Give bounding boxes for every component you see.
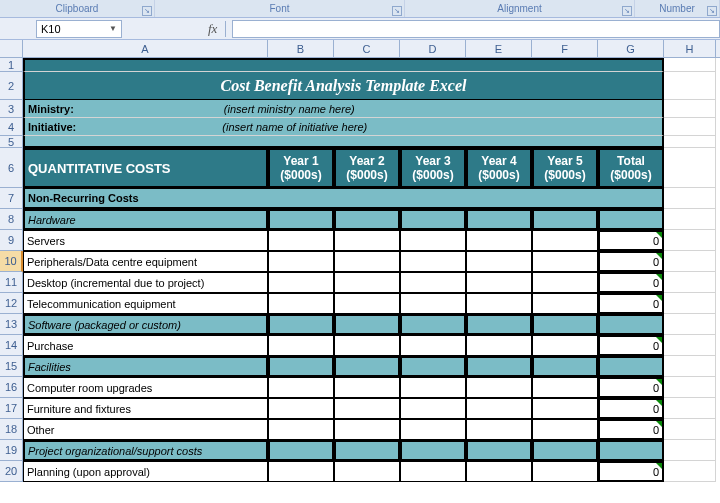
cell-H17[interactable]	[664, 398, 716, 419]
line-item-label[interactable]: Telecommunication equipment	[23, 293, 268, 314]
year-cell[interactable]	[400, 398, 466, 419]
cell-H13[interactable]	[664, 314, 716, 335]
year-cell[interactable]	[334, 230, 400, 251]
chevron-down-icon[interactable]: ▼	[109, 24, 117, 33]
formula-input[interactable]	[232, 20, 720, 38]
year-cell[interactable]	[334, 272, 400, 293]
year-cell[interactable]	[400, 272, 466, 293]
column-header-F[interactable]: F	[532, 40, 598, 57]
year-cell[interactable]	[466, 398, 532, 419]
cell-H15[interactable]	[664, 356, 716, 377]
name-box[interactable]: K10 ▼	[36, 20, 122, 38]
year-cell[interactable]	[268, 398, 334, 419]
line-item-label[interactable]: Servers	[23, 230, 268, 251]
year-cell[interactable]	[268, 272, 334, 293]
year-cell[interactable]	[532, 419, 598, 440]
column-header-E[interactable]: E	[466, 40, 532, 57]
total-cell[interactable]: 0	[598, 230, 664, 251]
column-header-H[interactable]: H	[664, 40, 716, 57]
row-header-17[interactable]: 17	[0, 398, 23, 419]
year-cell[interactable]	[532, 251, 598, 272]
cell-H16[interactable]	[664, 377, 716, 398]
dialog-launcher-icon[interactable]: ↘	[392, 6, 402, 16]
row-header-5[interactable]: 5	[0, 136, 23, 148]
line-item-label[interactable]: Planning (upon approval)	[23, 461, 268, 482]
row-header-18[interactable]: 18	[0, 419, 23, 440]
year-cell[interactable]	[532, 230, 598, 251]
line-item-label[interactable]: Peripherals/Data centre equipment	[23, 251, 268, 272]
row-header-13[interactable]: 13	[0, 314, 23, 335]
row-header-14[interactable]: 14	[0, 335, 23, 356]
year-cell[interactable]	[466, 419, 532, 440]
year-cell[interactable]	[466, 272, 532, 293]
year-cell[interactable]	[466, 377, 532, 398]
total-cell[interactable]: 0	[598, 419, 664, 440]
year-cell[interactable]	[334, 419, 400, 440]
line-item-label[interactable]: Furniture and fixtures	[23, 398, 268, 419]
cell-H18[interactable]	[664, 419, 716, 440]
year-cell[interactable]	[268, 230, 334, 251]
year-cell[interactable]	[334, 377, 400, 398]
year-cell[interactable]	[466, 335, 532, 356]
initiative-value[interactable]: (insert name of initiative here)	[222, 121, 367, 133]
fx-icon[interactable]: fx	[208, 21, 226, 37]
select-all-corner[interactable]	[0, 40, 23, 57]
total-cell[interactable]: 0	[598, 377, 664, 398]
dialog-launcher-icon[interactable]: ↘	[707, 6, 717, 16]
year-cell[interactable]	[532, 272, 598, 293]
year-cell[interactable]	[268, 377, 334, 398]
year-cell[interactable]	[334, 461, 400, 482]
row-header-9[interactable]: 9	[0, 230, 23, 251]
line-item-label[interactable]: Other	[23, 419, 268, 440]
column-header-A[interactable]: A	[23, 40, 268, 57]
total-cell[interactable]: 0	[598, 272, 664, 293]
cell-H1[interactable]	[664, 58, 716, 72]
year-cell[interactable]	[334, 293, 400, 314]
total-cell[interactable]: 0	[598, 251, 664, 272]
row-header-16[interactable]: 16	[0, 377, 23, 398]
cell-H10[interactable]	[664, 251, 716, 272]
year-cell[interactable]	[400, 293, 466, 314]
line-item-label[interactable]: Desktop (incremental due to project)	[23, 272, 268, 293]
year-cell[interactable]	[532, 461, 598, 482]
year-cell[interactable]	[400, 461, 466, 482]
dialog-launcher-icon[interactable]: ↘	[142, 6, 152, 16]
total-cell[interactable]: 0	[598, 335, 664, 356]
row-header-6[interactable]: 6	[0, 148, 23, 188]
year-cell[interactable]	[268, 461, 334, 482]
row-header-11[interactable]: 11	[0, 272, 23, 293]
row-header-15[interactable]: 15	[0, 356, 23, 377]
year-cell[interactable]	[400, 335, 466, 356]
total-cell[interactable]: 0	[598, 398, 664, 419]
row-header-19[interactable]: 19	[0, 440, 23, 461]
cell-H4[interactable]	[664, 118, 716, 136]
row-header-2[interactable]: 2	[0, 72, 23, 100]
row-header-4[interactable]: 4	[0, 118, 23, 136]
column-header-C[interactable]: C	[334, 40, 400, 57]
row-header-10[interactable]: 10	[0, 251, 23, 272]
column-header-B[interactable]: B	[268, 40, 334, 57]
cell-H9[interactable]	[664, 230, 716, 251]
year-cell[interactable]	[268, 293, 334, 314]
year-cell[interactable]	[268, 251, 334, 272]
cell-H5[interactable]	[664, 136, 716, 148]
year-cell[interactable]	[532, 398, 598, 419]
year-cell[interactable]	[400, 377, 466, 398]
spreadsheet-grid[interactable]: 12Cost Benefit Analysis Template Excel3M…	[0, 58, 720, 482]
cell-H12[interactable]	[664, 293, 716, 314]
cell-H14[interactable]	[664, 335, 716, 356]
ministry-value[interactable]: (insert ministry name here)	[224, 103, 355, 115]
cell-H7[interactable]	[664, 188, 716, 209]
row-header-7[interactable]: 7	[0, 188, 23, 209]
cell-H8[interactable]	[664, 209, 716, 230]
row-header-1[interactable]: 1	[0, 58, 23, 72]
cell-H3[interactable]	[664, 100, 716, 118]
row-header-8[interactable]: 8	[0, 209, 23, 230]
year-cell[interactable]	[532, 293, 598, 314]
year-cell[interactable]	[400, 419, 466, 440]
column-header-D[interactable]: D	[400, 40, 466, 57]
cell-H11[interactable]	[664, 272, 716, 293]
year-cell[interactable]	[334, 251, 400, 272]
year-cell[interactable]	[532, 335, 598, 356]
year-cell[interactable]	[268, 335, 334, 356]
